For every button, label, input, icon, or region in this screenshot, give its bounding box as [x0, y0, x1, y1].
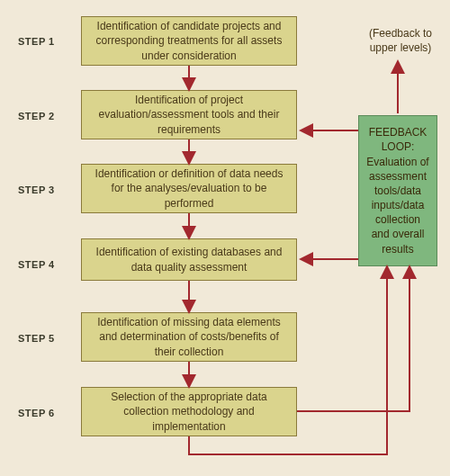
- step-2-label: STEP 2: [18, 111, 55, 121]
- step-3-box: Identification or definition of data nee…: [81, 164, 297, 213]
- step-1-label: STEP 1: [18, 36, 55, 47]
- arrow-step6-to-feedback-outer: [297, 270, 410, 411]
- feedback-loop-box: FEEDBACK LOOP: Evaluation of assessment …: [358, 115, 437, 266]
- step-5-label: STEP 5: [18, 333, 55, 344]
- feedback-note: (Feedback to upper levels): [360, 27, 441, 55]
- step-6-box: Selection of the appropriate data collec…: [81, 387, 297, 436]
- step-6-label: STEP 6: [18, 408, 55, 418]
- step-2-box: Identification of project evaluation/ass…: [81, 90, 297, 139]
- step-4-label: STEP 4: [18, 259, 55, 270]
- flowchart-container: STEP 1 STEP 2 STEP 3 STEP 4 STEP 5 STEP …: [0, 0, 450, 476]
- step-1-box: Identification of candidate projects and…: [81, 16, 297, 66]
- step-4-box: Identification of existing databases and…: [81, 238, 297, 281]
- step-3-label: STEP 3: [18, 184, 55, 195]
- step-5-box: Identification of missing data elements …: [81, 312, 297, 362]
